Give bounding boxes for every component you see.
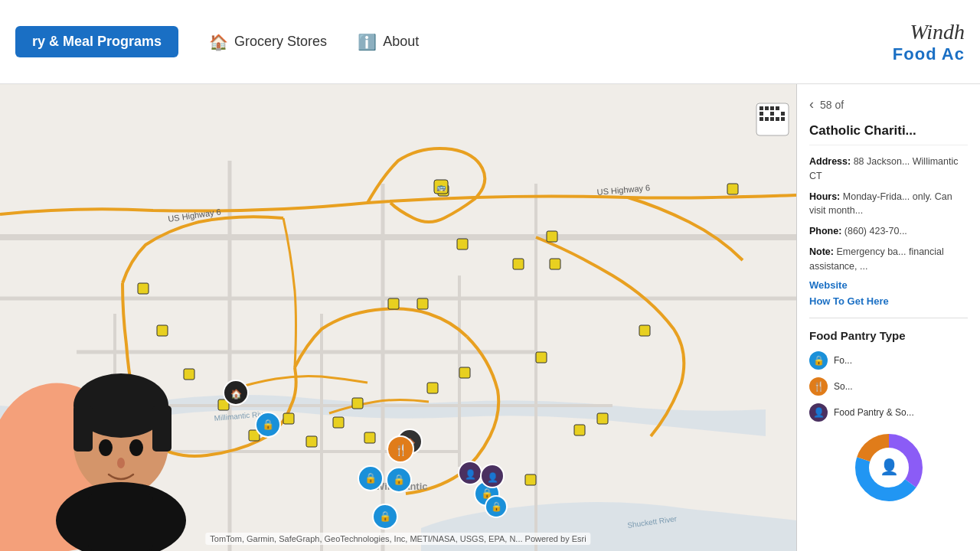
bus-stop	[352, 398, 363, 409]
info-icon: ℹ️	[358, 33, 377, 51]
legend-label-combined: Food Pantry & So...	[834, 407, 914, 418]
map-marker-blue-3[interactable]: 🔒	[387, 468, 411, 492]
map-marker-blue-6[interactable]: 🔒	[485, 496, 507, 517]
nav-grocery-stores[interactable]: 🏠 Grocery Stores	[209, 33, 327, 51]
bus-stop	[427, 383, 438, 393]
bus-stop	[138, 283, 149, 294]
bus-stop	[513, 259, 524, 269]
svg-rect-39	[765, 106, 769, 110]
donut-chart: 👤	[851, 429, 927, 506]
svg-rect-49	[781, 117, 785, 121]
nav-about[interactable]: ℹ️ About	[358, 33, 419, 51]
svg-text:🚌: 🚌	[436, 182, 446, 192]
svg-text:🏠: 🏠	[230, 388, 242, 399]
bus-stop	[536, 352, 547, 363]
panel-navigation: ‹ 58 of	[809, 96, 968, 112]
bus-stop	[457, 239, 468, 249]
svg-rect-46	[776, 106, 779, 110]
brand-area: Windh Food Ac	[893, 20, 965, 64]
website-link[interactable]: Website	[809, 279, 968, 291]
map-marker-purple-1[interactable]: 👤	[459, 461, 482, 484]
bus-stop	[364, 432, 375, 443]
bus-stop	[459, 367, 470, 378]
food-pantry-section-title: Food Pantry Type	[809, 329, 968, 342]
phone-label: Phone:	[809, 226, 841, 236]
brand-script: Windh	[893, 20, 965, 44]
svg-rect-43	[760, 117, 763, 121]
note-row: Note: Emergency ba... financial assistan…	[809, 245, 968, 274]
map-marker-blue-1[interactable]: 🔒	[256, 412, 280, 437]
donut-center-icon: 👤	[879, 458, 898, 476]
svg-rect-41	[760, 112, 763, 116]
phone-row: Phone: (860) 423-70...	[809, 224, 968, 239]
svg-text:🔒: 🔒	[379, 510, 392, 523]
legend-icon-food-pantry: 🔒	[809, 351, 828, 370]
donut-chart-container: 👤	[809, 429, 968, 506]
panel-count: 58 of	[820, 99, 844, 111]
bus-stop	[157, 325, 168, 336]
svg-text:👤: 👤	[487, 471, 498, 483]
legend-item-food-pantry: 🔒 Fo...	[809, 351, 968, 370]
nav-meal-programs[interactable]: ry & Meal Programs	[15, 26, 178, 57]
header: ry & Meal Programs 🏠 Grocery Stores ℹ️ A…	[0, 0, 980, 84]
detail-title: Catholic Chariti...	[809, 123, 968, 145]
bus-stop	[639, 325, 650, 336]
map-marker-blue-2[interactable]: 🔒	[358, 466, 383, 491]
svg-text:🔒: 🔒	[364, 471, 377, 484]
bus-stop	[388, 298, 399, 309]
map-attribution: TomTom, Garmin, SafeGraph, GeoTechnologi…	[205, 533, 590, 545]
svg-text:🔒: 🔒	[491, 500, 502, 512]
bus-stop	[574, 425, 585, 435]
map-marker-purple-2[interactable]: 👤	[481, 465, 504, 487]
bus-stop	[333, 417, 344, 428]
map-container[interactable]: US Highway 6 US Highway 6 Millimantic Ri…	[0, 84, 796, 551]
bus-stop	[184, 369, 194, 380]
svg-rect-40	[770, 106, 774, 110]
phone-value: (860) 423-70...	[844, 226, 907, 236]
hours-label: Hours:	[809, 191, 840, 202]
brand-bold: Food Ac	[893, 44, 965, 64]
nav-about-label: About	[383, 34, 419, 50]
bus-stop	[727, 184, 738, 194]
bus-stop	[283, 413, 294, 424]
map-marker-orange-1[interactable]: 🍴	[387, 436, 413, 462]
panel-prev-button[interactable]: ‹	[809, 96, 814, 112]
nav-grocery-label: Grocery Stores	[234, 34, 327, 50]
legend-icon-combined: 👤	[809, 403, 828, 422]
address-label: Address:	[809, 156, 851, 167]
map-marker-blue-4[interactable]: 🔒	[373, 504, 397, 529]
bus-stop	[597, 413, 608, 424]
svg-text:🔒: 🔒	[393, 473, 406, 486]
hours-row: Hours: Monday-Frida... only. Can visit m…	[809, 190, 968, 219]
bus-marker: 🚌	[434, 180, 448, 194]
legend-label-soup-kitchen: So...	[834, 381, 853, 392]
svg-rect-42	[770, 112, 774, 116]
panel-divider	[809, 318, 968, 318]
legend-item-combined: 👤 Food Pantry & So...	[809, 403, 968, 422]
side-panel: ‹ 58 of Catholic Chariti... Address: 88 …	[796, 84, 980, 551]
svg-rect-38	[760, 106, 763, 110]
svg-rect-48	[776, 117, 779, 121]
svg-text:👤: 👤	[465, 468, 476, 480]
legend-icon-soup-kitchen: 🍴	[809, 377, 828, 396]
bus-stop	[550, 259, 560, 269]
map-svg: US Highway 6 US Highway 6 Millimantic Ri…	[0, 84, 796, 551]
bus-stop	[417, 298, 428, 309]
svg-rect-44	[765, 117, 769, 121]
svg-text:🔒: 🔒	[262, 418, 275, 431]
legend-item-soup-kitchen: 🍴 So...	[809, 377, 968, 396]
svg-rect-45	[770, 117, 774, 121]
svg-text:🍴: 🍴	[394, 444, 408, 457]
home-icon: 🏠	[209, 33, 228, 51]
directions-link[interactable]: How To Get Here	[809, 295, 968, 307]
bus-stop	[306, 436, 317, 447]
bus-stop	[525, 474, 536, 485]
svg-rect-47	[781, 112, 785, 116]
note-label: Note:	[809, 246, 834, 257]
legend-label-food-pantry: Fo...	[834, 355, 852, 366]
map-marker-dark-1[interactable]: 🏠	[224, 380, 248, 405]
address-row: Address: 88 Jackson... Willimantic CT	[809, 155, 968, 184]
bus-stop	[547, 231, 557, 242]
